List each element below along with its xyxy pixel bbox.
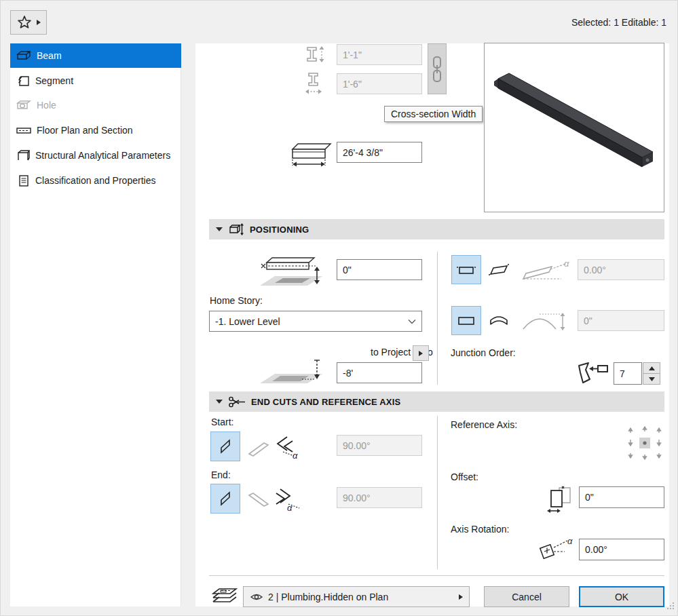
cross-section-width-icon xyxy=(303,71,332,100)
layer-selector[interactable]: 2 | Plumbing.Hidden on Plan xyxy=(243,586,470,607)
cross-section-height-input[interactable] xyxy=(337,44,422,65)
curved-beam-icon xyxy=(489,315,509,327)
start-custom-angle-cut-icon[interactable]: α xyxy=(274,433,305,464)
start-cut-angle-input[interactable] xyxy=(337,435,422,456)
positioning-section-header[interactable]: POSITIONING xyxy=(209,219,664,239)
settings-sidebar: Beam Segment Hole Floor Plan and Section… xyxy=(10,43,181,607)
link-dimensions-button[interactable] xyxy=(428,43,447,94)
favorites-button[interactable] xyxy=(10,10,47,35)
axis-offset-input[interactable] xyxy=(579,486,664,508)
start-perpendicular-cut-icon[interactable] xyxy=(245,438,272,460)
end-cuts-section-header[interactable]: END CUTS AND REFERENCE AXIS xyxy=(209,391,664,412)
layers-icon xyxy=(210,583,239,611)
selection-status: Selected: 1 Editable: 1 xyxy=(571,17,666,28)
favorites-flyout-icon xyxy=(37,20,41,25)
ok-button[interactable]: OK xyxy=(579,586,664,607)
junction-order-down-button[interactable] xyxy=(643,373,660,385)
end-perpendicular-cut-icon[interactable] xyxy=(245,490,272,512)
collapse-icon xyxy=(216,400,223,404)
end-cuts-divider xyxy=(437,416,438,569)
vertical-cut-icon xyxy=(216,490,234,507)
junction-order-up-button[interactable] xyxy=(643,362,660,374)
reference-axis-anchor-widget[interactable] xyxy=(625,423,664,465)
beam-3d-render xyxy=(485,43,664,212)
straight-beam-icon xyxy=(457,316,475,326)
cancel-button[interactable]: Cancel xyxy=(484,586,569,607)
sidebar-item-floor-plan-and-section[interactable]: Floor Plan and Section xyxy=(10,118,181,142)
straight-beam-toggle[interactable] xyxy=(451,306,481,335)
slant-angle-input[interactable] xyxy=(578,259,664,280)
sidebar-item-hole: Hole xyxy=(10,93,181,117)
cross-section-width-tooltip: Cross-section Width xyxy=(384,106,483,122)
end-cut-angle-input[interactable] xyxy=(337,487,422,508)
junction-order-icon xyxy=(576,360,610,391)
slanted-beam-toggle[interactable] xyxy=(484,255,514,284)
resize-grip[interactable] xyxy=(666,600,675,613)
down-arrow-icon xyxy=(649,377,655,381)
positioning-icon xyxy=(228,222,244,237)
flyout-icon xyxy=(419,351,423,356)
beam-length-input[interactable] xyxy=(337,142,422,163)
offset-label: Offset: xyxy=(451,471,478,482)
start-vertical-cut-toggle[interactable] xyxy=(210,431,240,461)
slant-angle-icon: α xyxy=(521,257,573,286)
hole-icon xyxy=(16,98,32,112)
beam-settings-dialog: Selected: 1 Editable: 1 Beam Segment Hol… xyxy=(0,0,678,616)
scissors-icon xyxy=(228,395,246,408)
floor-plan-icon xyxy=(16,123,32,137)
junction-order-label: Junction Order: xyxy=(451,347,516,358)
sidebar-item-beam[interactable]: Beam xyxy=(10,43,181,68)
sidebar-item-classification-and-properties[interactable]: Classification and Properties xyxy=(10,168,181,193)
slanted-beam-icon xyxy=(488,263,510,277)
arc-height-input[interactable] xyxy=(578,310,664,331)
home-story-value: -1. Lower Level xyxy=(215,316,280,327)
home-story-label: Home Story: xyxy=(210,295,263,306)
story-offset-input[interactable] xyxy=(337,362,422,383)
story-offset-icon xyxy=(257,356,333,389)
svg-text:α: α xyxy=(564,258,569,269)
footer-divider xyxy=(209,575,664,576)
structural-frame-icon xyxy=(16,149,31,162)
end-cut-label: End: xyxy=(211,469,231,480)
vertical-cut-icon xyxy=(216,438,234,455)
home-story-select[interactable]: -1. Lower Level xyxy=(209,311,422,332)
axis-rotation-icon: α xyxy=(538,535,576,565)
document-icon xyxy=(16,174,31,187)
positioning-divider xyxy=(437,252,438,385)
arc-height-icon xyxy=(521,307,573,337)
horizontal-beam-toggle[interactable] xyxy=(451,255,481,284)
sidebar-item-label: Floor Plan and Section xyxy=(37,125,133,136)
start-cut-label: Start: xyxy=(211,417,233,427)
eye-icon xyxy=(250,592,263,602)
reference-axis-label: Reference Axis: xyxy=(451,419,517,430)
sidebar-item-label: Segment xyxy=(35,75,73,86)
cross-section-height-icon xyxy=(305,44,332,69)
section-title: POSITIONING xyxy=(250,225,309,235)
segment-icon xyxy=(16,74,31,88)
horizontal-beam-icon xyxy=(456,265,476,275)
elevation-to-home-story-input[interactable] xyxy=(337,259,422,280)
up-arrow-icon xyxy=(649,366,655,370)
axis-offset-icon xyxy=(544,482,577,518)
chevron-down-icon xyxy=(408,319,416,324)
sidebar-item-label: Structural Analytical Parameters xyxy=(35,150,170,161)
chain-icon xyxy=(431,54,443,84)
sidebar-item-label: Classification and Properties xyxy=(35,175,155,186)
end-custom-angle-cut-icon[interactable]: α xyxy=(274,485,305,516)
end-vertical-cut-toggle[interactable] xyxy=(210,484,240,514)
junction-order-input[interactable] xyxy=(614,362,642,385)
cross-section-width-input[interactable] xyxy=(337,73,422,94)
axis-rotation-label: Axis Rotation: xyxy=(451,524,509,535)
curved-beam-toggle[interactable] xyxy=(484,306,514,335)
elevation-icon xyxy=(257,253,333,291)
star-icon xyxy=(16,14,33,31)
to-project-zero-flyout-button[interactable] xyxy=(413,345,429,361)
section-title: END CUTS AND REFERENCE AXIS xyxy=(251,397,400,407)
svg-text:α: α xyxy=(293,450,298,461)
sidebar-item-label: Hole xyxy=(37,100,56,111)
layer-name: 2 | Plumbing.Hidden on Plan xyxy=(268,592,454,602)
sidebar-item-structural-analytical-parameters[interactable]: Structural Analytical Parameters xyxy=(10,143,181,168)
sidebar-item-segment[interactable]: Segment xyxy=(10,69,181,93)
axis-rotation-input[interactable] xyxy=(579,539,664,560)
beam-3d-preview[interactable] xyxy=(484,43,664,212)
